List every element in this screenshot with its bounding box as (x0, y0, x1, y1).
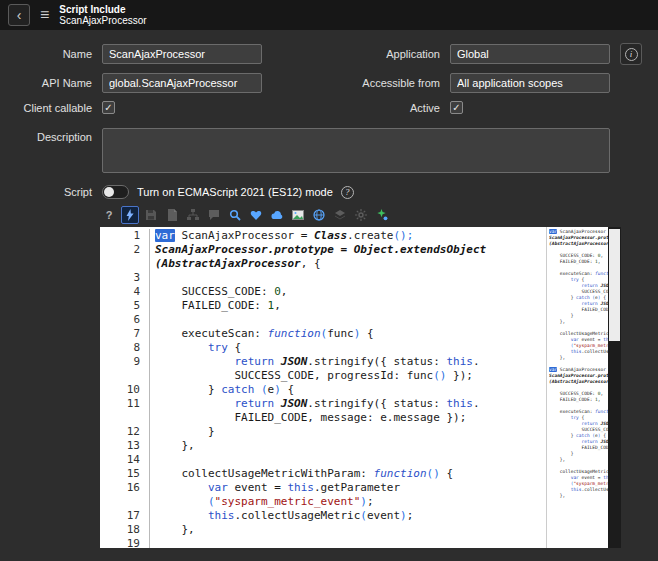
line-number: 13 (100, 439, 150, 453)
image-button[interactable] (289, 206, 307, 224)
code-line: 13 }, (100, 439, 546, 453)
code-line: 14 (100, 453, 546, 467)
api-name-input[interactable] (102, 73, 262, 93)
cloud-icon (271, 209, 283, 221)
minimap-line: FAILED_CODE: 1, (549, 397, 608, 403)
format-code-button[interactable] (121, 206, 139, 224)
line-number: 19 (100, 537, 150, 548)
toggle-knob (104, 187, 114, 197)
line-number: 7 (100, 327, 150, 341)
active-checkbox[interactable]: ✓ (450, 101, 463, 114)
application-info-button[interactable]: i (620, 43, 642, 65)
editor-scrollbar[interactable] (608, 227, 621, 548)
line-number (100, 369, 150, 383)
document-icon (166, 209, 178, 221)
code-line: 11 return JSON.stringify({ status: this. (100, 397, 546, 411)
line-number: 12 (100, 425, 150, 439)
script-code-editor[interactable]: 1var ScanAjaxProcessor = Class.create();… (100, 227, 621, 548)
api-name-label: API Name (0, 77, 92, 89)
row-script: Script Turn on ECMAScript 2021 (ES12) mo… (0, 185, 658, 199)
code-line: 15 collectUsageMetricWithParam: function… (100, 467, 546, 481)
info-icon: i (625, 48, 638, 61)
code-line: 7 executeScan: function(func) { (100, 327, 546, 341)
line-number: 5 (100, 299, 150, 313)
active-label: Active (295, 102, 440, 114)
line-number: 6 (100, 313, 150, 327)
code-line: 2ScanAjaxProcessor.prototype = Object.ex… (100, 243, 546, 257)
code-line: SUCCESS_CODE, progressId: func() }); (100, 369, 546, 383)
name-input[interactable] (102, 44, 262, 64)
code-line: ("sysparm_metric_event"); (100, 495, 546, 509)
minimap-line (549, 499, 608, 505)
image-icon (292, 209, 304, 221)
es-mode-toggle[interactable] (102, 185, 129, 199)
line-number: 17 (100, 509, 150, 523)
record-name-label: ScanAjaxProcessor (59, 15, 146, 26)
search-button[interactable] (226, 206, 244, 224)
back-button[interactable]: ‹ (8, 4, 30, 26)
line-number (100, 411, 150, 425)
record-type-label: Script Include (59, 4, 146, 15)
ai-assist-icon (376, 209, 388, 221)
line-number: 3 (100, 271, 150, 285)
code-line: 3 (100, 271, 546, 285)
code-line: 12 } (100, 425, 546, 439)
comment-button (205, 206, 223, 224)
help-icon: ? (106, 209, 113, 221)
help-button[interactable]: ? (100, 206, 118, 224)
format-code-icon (124, 209, 136, 221)
editor-scrollbar-thumb[interactable] (609, 229, 620, 341)
line-number: 18 (100, 523, 150, 537)
globe-help-button[interactable] (310, 206, 328, 224)
line-number (100, 257, 150, 271)
description-textarea[interactable] (102, 128, 610, 173)
es-mode-toggle-group: Turn on ECMAScript 2021 (ES12) mode ? (102, 185, 610, 199)
ai-assist-button[interactable] (373, 206, 391, 224)
script-include-form: Name Application i API Name Accessible f… (0, 30, 658, 199)
client-callable-label: Client callable (0, 102, 92, 114)
bookmark-button[interactable] (247, 206, 265, 224)
row-checkboxes: Client callable ✓ Active ✓ (0, 101, 658, 114)
line-number: 10 (100, 383, 150, 397)
line-number: 11 (100, 397, 150, 411)
code-line: 16 var event = this.getParameter (100, 481, 546, 495)
line-number: 4 (100, 285, 150, 299)
code-line: 5 FAILED_CODE: 1, (100, 299, 546, 313)
save-icon (145, 209, 157, 221)
comment-icon (208, 209, 220, 221)
bookmark-icon (250, 209, 262, 221)
line-number: 8 (100, 341, 150, 355)
accessible-from-select[interactable] (450, 73, 610, 93)
es-mode-help-icon[interactable]: ? (341, 186, 354, 199)
code-line: 17 this.collectUsageMetric(event); (100, 509, 546, 523)
save-button (142, 206, 160, 224)
minimap-line: (AbstractAjaxProcessor, { (549, 379, 608, 385)
minimap-line: FAILED_CODE: 1, (549, 259, 608, 265)
code-line: 8 try { (100, 341, 546, 355)
line-number: 14 (100, 453, 150, 467)
code-line: 1var ScanAjaxProcessor = Class.create(); (100, 229, 546, 243)
code-line: (AbstractAjaxProcessor, { (100, 257, 546, 271)
client-callable-checkbox[interactable]: ✓ (102, 101, 115, 114)
search-icon (229, 209, 241, 221)
line-number: 2 (100, 243, 150, 257)
minimap-line: (AbstractAjaxProcessor, { (549, 241, 608, 247)
code-line: 6 (100, 313, 546, 327)
tree-icon (187, 209, 199, 221)
minimap[interactable]: var ScanAjaxProcessor = Class.create();S… (546, 227, 608, 548)
application-label: Application (295, 48, 440, 60)
code-line: FAILED_CODE, message: e.message }); (100, 411, 546, 425)
globe-help-icon (313, 209, 325, 221)
code-line: 9 return JSON.stringify({ status: this. (100, 355, 546, 369)
gear-icon (355, 209, 367, 221)
application-input[interactable] (450, 44, 610, 64)
line-number: 15 (100, 467, 150, 481)
code-line: 10 } catch (e) { (100, 383, 546, 397)
record-title: Script Include ScanAjaxProcessor (59, 4, 146, 26)
line-number: 1 (100, 229, 150, 243)
script-label: Script (0, 186, 92, 198)
layers-button (331, 206, 349, 224)
cloud-button[interactable] (268, 206, 286, 224)
context-menu-icon[interactable]: ≡ (40, 6, 49, 24)
code-line: 18 }, (100, 523, 546, 537)
